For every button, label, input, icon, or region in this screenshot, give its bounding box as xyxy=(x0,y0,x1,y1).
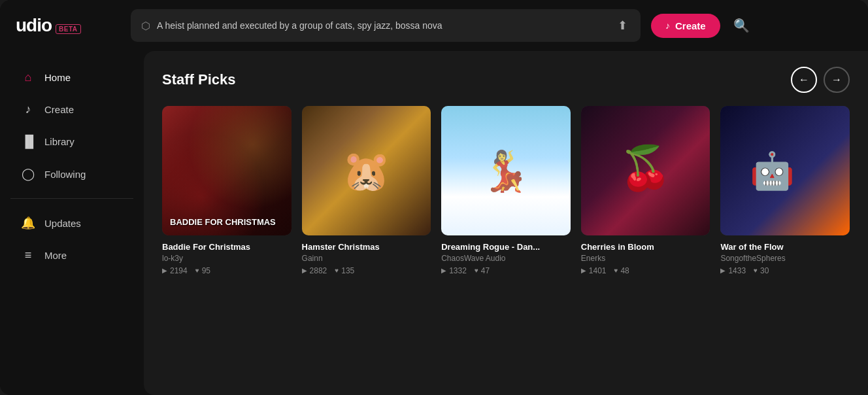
search-icon[interactable]: 🔍 xyxy=(731,15,752,36)
card-artwork-baddie xyxy=(162,106,292,235)
card-stats-war: ▶ 1433 ♥ 30 xyxy=(720,266,850,275)
logo-area: udio BETA xyxy=(16,15,120,36)
card-image-war xyxy=(720,106,850,235)
app-container: udio BETA ⬡ A heist planned and executed… xyxy=(0,0,868,395)
sidebar-item-following[interactable]: ◯ Following xyxy=(5,159,139,189)
like-icon-3: ♥ xyxy=(475,267,478,274)
card-image-baddie: BADDIE FOR CHRISTMAS xyxy=(162,106,292,235)
following-icon: ◯ xyxy=(21,167,35,181)
like-icon-2: ♥ xyxy=(335,267,339,274)
header: udio BETA ⬡ A heist planned and executed… xyxy=(0,0,868,51)
card-artist-dreaming: ChaosWave Audio xyxy=(441,254,571,263)
card-likes-dreaming: ♥ 47 xyxy=(475,266,490,275)
card-baddie[interactable]: BADDIE FOR CHRISTMAS Baddie For Christma… xyxy=(162,106,292,275)
card-title-cherries: Cherries in Bloom xyxy=(581,242,710,252)
play-icon-2: ▶ xyxy=(302,267,307,274)
card-plays-war: ▶ 1433 xyxy=(720,266,746,275)
like-icon: ♥ xyxy=(195,267,199,274)
upload-icon[interactable]: ⬆ xyxy=(615,16,630,35)
nav-arrows: ← → xyxy=(791,67,850,93)
like-icon-4: ♥ xyxy=(614,267,618,274)
card-title-hamster: Hamster Christmas xyxy=(302,242,431,252)
card-overlay-baddie: BADDIE FOR CHRISTMAS xyxy=(170,217,276,228)
card-likes-war: ♥ 30 xyxy=(754,266,769,275)
prompt-icon: ⬡ xyxy=(141,20,150,32)
card-plays-baddie: ▶ 2194 xyxy=(162,266,188,275)
nav-divider xyxy=(10,198,133,199)
updates-icon: 🔔 xyxy=(21,216,35,230)
sidebar-item-more[interactable]: ≡ More xyxy=(5,241,139,270)
card-likes-cherries: ♥ 48 xyxy=(614,266,629,275)
card-artwork-cherries xyxy=(581,106,710,235)
card-image-hamster xyxy=(302,106,431,235)
card-artist-war: SongoftheSpheres xyxy=(720,254,850,263)
card-artist-cherries: Enerks xyxy=(581,254,710,263)
sidebar-item-home[interactable]: ⌂ Home xyxy=(5,63,139,92)
create-label: Create xyxy=(675,20,706,31)
search-bar[interactable]: ⬡ A heist planned and executed by a grou… xyxy=(131,9,641,42)
card-cherries[interactable]: Cherries in Bloom Enerks ▶ 1401 ♥ 48 xyxy=(581,106,710,275)
home-icon: ⌂ xyxy=(21,71,35,84)
prev-arrow-button[interactable]: ← xyxy=(791,67,817,93)
logo-text: udio xyxy=(16,15,52,36)
card-artist-baddie: lo-k3y xyxy=(162,254,292,263)
card-artwork-hamster xyxy=(302,106,431,235)
sidebar-label-create: Create xyxy=(44,104,74,115)
beta-badge: BETA xyxy=(56,24,80,34)
next-arrow-button[interactable]: → xyxy=(824,67,850,93)
play-icon: ▶ xyxy=(162,267,167,274)
card-likes-hamster: ♥ 135 xyxy=(335,266,354,275)
card-title-baddie: Baddie For Christmas xyxy=(162,242,292,252)
card-stats-baddie: ▶ 2194 ♥ 95 xyxy=(162,266,292,275)
sidebar-label-home: Home xyxy=(44,72,71,83)
card-image-dreaming xyxy=(441,106,571,235)
card-hamster[interactable]: Hamster Christmas Gainn ▶ 2882 ♥ 135 xyxy=(302,106,431,275)
section-header: Staff Picks ← → xyxy=(162,67,850,93)
section-title: Staff Picks xyxy=(162,71,236,88)
library-icon: ▐▌ xyxy=(21,135,35,148)
sidebar-label-updates: Updates xyxy=(44,218,81,229)
card-likes-baddie: ♥ 95 xyxy=(195,266,210,275)
sidebar-label-more: More xyxy=(44,250,67,261)
card-plays-hamster: ▶ 2882 xyxy=(302,266,327,275)
content-area: Staff Picks ← → BADDIE FOR CHRISTMAS Bad… xyxy=(144,51,868,395)
sidebar-label-library: Library xyxy=(44,136,75,147)
card-image-cherries xyxy=(581,106,710,235)
play-icon-5: ▶ xyxy=(720,267,726,274)
card-title-war: War of the Flow xyxy=(720,242,850,252)
search-input[interactable]: A heist planned and executed by a group … xyxy=(157,20,609,31)
card-plays-cherries: ▶ 1401 xyxy=(581,266,607,275)
main-layout: ⌂ Home ♪ Create ▐▌ Library ◯ Following 🔔… xyxy=(0,51,868,395)
sidebar-item-library[interactable]: ▐▌ Library xyxy=(5,127,139,156)
card-stats-cherries: ▶ 1401 ♥ 48 xyxy=(581,266,710,275)
cards-grid: BADDIE FOR CHRISTMAS Baddie For Christma… xyxy=(162,106,850,275)
card-war[interactable]: War of the Flow SongoftheSpheres ▶ 1433 … xyxy=(720,106,850,275)
create-nav-icon: ♪ xyxy=(21,103,35,116)
music-note-icon: ♪ xyxy=(665,20,670,31)
sidebar-item-updates[interactable]: 🔔 Updates xyxy=(5,208,139,238)
card-stats-hamster: ▶ 2882 ♥ 135 xyxy=(302,266,431,275)
card-artwork-dreaming xyxy=(441,106,571,235)
card-artwork-war xyxy=(720,106,850,235)
play-icon-4: ▶ xyxy=(581,267,586,274)
sidebar-label-following: Following xyxy=(44,169,86,180)
sidebar-item-create[interactable]: ♪ Create xyxy=(5,95,139,124)
card-stats-dreaming: ▶ 1332 ♥ 47 xyxy=(441,266,571,275)
card-dreaming[interactable]: Dreaming Rogue - Dan... ChaosWave Audio … xyxy=(441,106,571,275)
card-artist-hamster: Gainn xyxy=(302,254,431,263)
more-icon: ≡ xyxy=(21,249,35,262)
card-plays-dreaming: ▶ 1332 xyxy=(441,266,467,275)
play-icon-3: ▶ xyxy=(441,267,446,274)
like-icon-5: ♥ xyxy=(754,267,758,274)
create-button[interactable]: ♪ Create xyxy=(651,14,720,38)
card-title-dreaming: Dreaming Rogue - Dan... xyxy=(441,242,571,252)
sidebar: ⌂ Home ♪ Create ▐▌ Library ◯ Following 🔔… xyxy=(0,51,144,395)
